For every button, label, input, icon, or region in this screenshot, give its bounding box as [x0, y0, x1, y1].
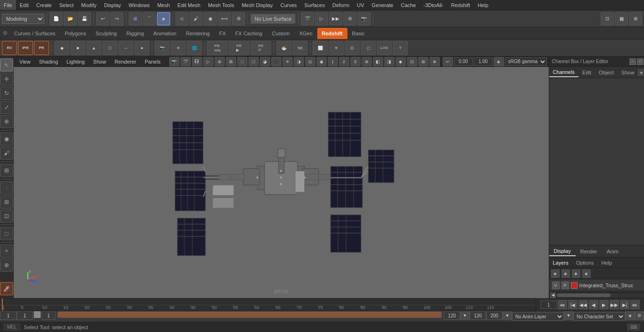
menu-meshtools[interactable]: Mesh Tools	[204, 0, 238, 10]
render-cam-btn[interactable]: 📷	[357, 12, 371, 25]
snap-view[interactable]: ⊡	[0, 210, 13, 223]
ch-tab-channels[interactable]: Channels	[549, 68, 578, 77]
vp-wire-btn[interactable]: ⬡	[248, 57, 259, 66]
vp-anim-btn[interactable]: ↩	[443, 57, 453, 66]
rs-plate-btn[interactable]: 🍽	[292, 41, 307, 55]
rs-bowl-btn[interactable]: 🍜	[276, 41, 291, 55]
layer-tb-icon1[interactable]: ◈	[551, 269, 560, 278]
ch-tab-show[interactable]: Show	[618, 68, 638, 77]
save-btn[interactable]: 💾	[78, 12, 91, 25]
universal-manip[interactable]: ⊕	[0, 115, 13, 128]
tab-animation[interactable]: Animation	[149, 28, 181, 39]
vp-grid-btn[interactable]: ⊞	[226, 57, 236, 66]
channel-box-maximize[interactable]: □	[637, 58, 644, 65]
rotate-tool[interactable]: ↻	[0, 87, 13, 100]
rs-triangle-btn[interactable]: ▲	[86, 41, 101, 55]
play-range-start[interactable]	[470, 311, 486, 320]
vp-light-btn[interactable]: ☀	[282, 57, 293, 66]
vp-menu-lighting[interactable]: Lighting	[63, 58, 89, 65]
menu-modify[interactable]: Modify	[77, 0, 100, 10]
transport-skip-start[interactable]: ⏮	[558, 300, 567, 309]
rs-diamond-btn[interactable]: ◆	[54, 41, 69, 55]
vp-res1-btn[interactable]: 1	[328, 57, 338, 66]
rs-arrow-btn[interactable]: ↔	[118, 41, 133, 55]
ui-layout-btn[interactable]: ⊡	[601, 12, 614, 25]
layers-subtab-help[interactable]: Help	[598, 259, 616, 267]
transport-play-fwd[interactable]: ▶	[599, 300, 609, 309]
rs-pr-loop-btn[interactable]: PR↺	[250, 41, 271, 55]
menu-cache[interactable]: Cache	[397, 0, 420, 10]
tab-curves-surfaces[interactable]: Curves / Surfaces	[9, 28, 60, 39]
menu-meshdisplay[interactable]: Mesh Display	[238, 0, 277, 10]
soft-sel-left[interactable]: ◉	[0, 132, 13, 146]
rs-cam-btn[interactable]: 📷	[155, 41, 170, 55]
channel-box-minimize[interactable]: −	[629, 58, 636, 65]
char-set-select[interactable]: No Character Set	[573, 312, 625, 321]
shelf-btn[interactable]: 🚀	[0, 282, 13, 295]
timeline-range-slider[interactable]	[58, 311, 442, 318]
show-manip[interactable]: ⊞	[0, 164, 13, 177]
rs-pr-btn[interactable]: PR	[34, 41, 49, 55]
menu-file[interactable]: File	[0, 0, 16, 10]
tab-fx-caching[interactable]: FX Caching	[231, 28, 267, 39]
vp-vp-btn[interactable]: ⊡	[407, 57, 417, 66]
rs-env-btn[interactable]: 🌐	[187, 41, 202, 55]
menu-3dtoall[interactable]: -3DtoAll-	[420, 0, 447, 10]
anim-layer-arrow[interactable]: ▼	[564, 311, 573, 320]
viewport-main[interactable]: persp z x y	[14, 67, 549, 298]
vp-rig-btn[interactable]: ⊕	[215, 57, 225, 66]
group-tool[interactable]: ⊕	[0, 259, 13, 272]
new-scene-btn[interactable]: 📄	[50, 12, 63, 25]
tab-xgen[interactable]: XGen	[294, 28, 317, 39]
rs-hex-btn[interactable]: ⬡	[102, 41, 117, 55]
vp-menu-view[interactable]: View	[16, 58, 34, 65]
rs-pr-frame-btn[interactable]: PR▶	[229, 41, 249, 55]
rs-vol-btn[interactable]: ◻	[361, 41, 376, 55]
rs-light-btn[interactable]: ☀	[329, 41, 344, 55]
layers-subtab-layers[interactable]: Layers	[549, 259, 572, 267]
frame-field-2[interactable]	[17, 311, 33, 320]
vp-res2-btn[interactable]: 2	[339, 57, 349, 66]
tab-fx[interactable]: FX	[215, 28, 231, 39]
vp-sel3-btn[interactable]: ◆	[396, 57, 406, 66]
vp-frame-input2[interactable]	[474, 57, 493, 66]
tab-redshift[interactable]: Redshift	[317, 28, 347, 39]
transport-frame-input[interactable]	[540, 300, 557, 309]
transport-skip-end[interactable]: ⏭	[630, 300, 640, 309]
no-live-surface-btn[interactable]: No Live Surface	[250, 14, 296, 24]
transport-prev-frame[interactable]: ◀	[589, 300, 598, 309]
layers-subtab-options[interactable]: Options	[572, 259, 598, 267]
layer-playback-0[interactable]: P	[561, 282, 569, 289]
menu-deform[interactable]: Deform	[329, 0, 353, 10]
lasso-btn[interactable]: ⊂	[175, 12, 189, 25]
vp-manip-btn[interactable]: ⊕	[362, 57, 372, 66]
rs-pr-seq-btn[interactable]: PRseq	[207, 41, 228, 55]
transport-step-back[interactable]: |◀	[568, 300, 578, 309]
snap-curve-btn[interactable]: ⌒	[143, 12, 156, 25]
render-view-btn[interactable]: 🎬	[301, 12, 314, 25]
rubber-band[interactable]: □	[0, 227, 13, 240]
vp-shadow-btn[interactable]: ◑	[294, 57, 304, 66]
menu-mesh[interactable]: Mesh	[153, 0, 173, 10]
frame-end-input[interactable]	[444, 311, 460, 320]
undo-btn[interactable]: ↩	[96, 12, 109, 25]
vp-sel1-btn[interactable]: ◧	[373, 57, 383, 66]
scroll-track[interactable]	[557, 293, 644, 297]
scale-tool[interactable]: ⤢	[0, 101, 13, 114]
menu-generate[interactable]: Generate	[368, 0, 397, 10]
rs-circle-btn[interactable]: ●	[134, 41, 149, 55]
rs-rv-btn[interactable]: RV	[2, 41, 17, 55]
vp-bbox-btn[interactable]: □	[237, 57, 248, 66]
rs-proxy-btn[interactable]: ⊡	[345, 41, 360, 55]
menu-create[interactable]: Create	[33, 0, 56, 10]
play-range-end[interactable]	[486, 311, 503, 320]
play-range-arrow[interactable]: ▼	[503, 311, 512, 320]
vp-tex-btn[interactable]: ⬛	[271, 57, 281, 66]
menu-select[interactable]: Select	[56, 0, 78, 10]
menu-edit[interactable]: Edit	[16, 0, 33, 10]
redo-btn[interactable]: ↪	[110, 12, 124, 25]
tab-polygons[interactable]: Polygons	[60, 28, 91, 39]
scroll-thumb[interactable]	[557, 293, 611, 297]
vp-sel2-btn[interactable]: ◨	[384, 57, 395, 66]
menu-editmesh[interactable]: Edit Mesh	[173, 0, 204, 10]
